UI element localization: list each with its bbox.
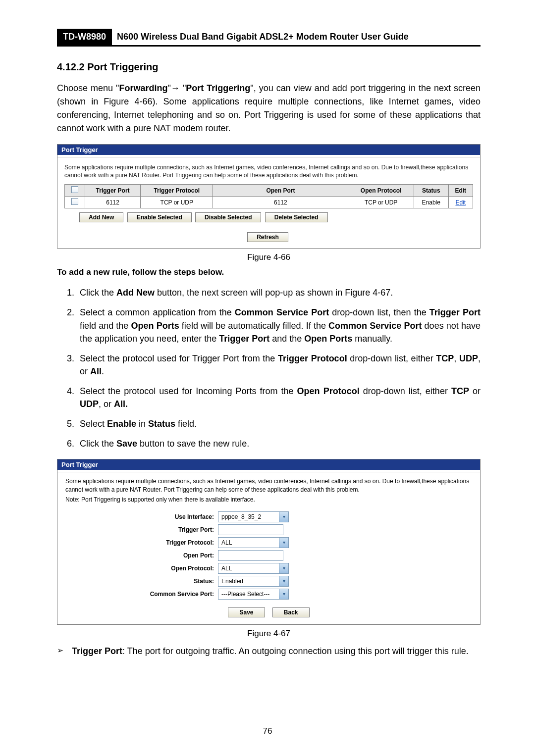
page-number: 76	[0, 726, 535, 736]
col-status: Status	[414, 185, 448, 197]
open-port-label: Open Port:	[65, 552, 218, 559]
enable-selected-button[interactable]: Enable Selected	[127, 212, 192, 222]
figure-4-66-caption: Figure 4-66	[57, 252, 481, 262]
open-port-input[interactable]	[218, 550, 283, 561]
status-label: Status:	[65, 578, 218, 585]
section-heading: 4.12.2 Port Triggering	[57, 61, 481, 73]
col-trigger-protocol: Trigger Protocol	[141, 185, 213, 197]
trigger-port-input[interactable]	[218, 524, 283, 535]
port-trigger-table: Trigger Port Trigger Protocol Open Port …	[64, 184, 473, 208]
select-all-checkbox[interactable]	[71, 186, 78, 193]
panel-title-2: Port Trigger	[57, 459, 480, 470]
step-5: Select Enable in Status field.	[77, 417, 481, 430]
col-open-protocol: Open Protocol	[348, 185, 414, 197]
chevron-down-icon: ▾	[279, 512, 288, 522]
intro-paragraph: Choose menu "Forwarding"→ "Port Triggeri…	[57, 82, 481, 135]
steps-title: To add a new rule, follow the steps belo…	[57, 267, 481, 277]
step-3: Select the protocol used for Trigger Por…	[77, 352, 481, 378]
col-edit: Edit	[448, 185, 473, 197]
panel-note-1: Some applications require multiple conne…	[64, 163, 473, 179]
doc-header: TD-W8980 N600 Wireless Dual Band Gigabit…	[57, 29, 481, 47]
step-1: Click the Add New button, the next scree…	[77, 286, 481, 299]
chevron-down-icon: ▾	[279, 538, 288, 548]
open-protocol-select[interactable]: ALL ▾	[218, 563, 289, 574]
step-4: Select the protocol used for Incoming Po…	[77, 385, 481, 410]
use-interface-label: Use Interface:	[65, 513, 218, 520]
col-open-port: Open Port	[213, 185, 348, 197]
panel-note-2b: Note: Port Triggering is supported only …	[65, 496, 472, 504]
delete-selected-button[interactable]: Delete Selected	[265, 212, 328, 222]
save-button[interactable]: Save	[228, 607, 265, 617]
trigger-protocol-select[interactable]: ALL ▾	[218, 537, 289, 548]
step-2: Select a common application from the Com…	[77, 306, 481, 345]
refresh-button[interactable]: Refresh	[247, 232, 288, 242]
model-badge: TD-W8980	[57, 29, 112, 45]
panel-title-1: Port Trigger	[57, 145, 480, 155]
section-number: 4.12.2	[57, 61, 85, 72]
doc-title: N600 Wireless Dual Band Gigabit ADSL2+ M…	[112, 29, 481, 45]
common-service-port-select[interactable]: ---Please Select--- ▾	[218, 589, 289, 600]
row-checkbox[interactable]	[71, 198, 78, 205]
chevron-down-icon: ▾	[279, 589, 288, 599]
back-button[interactable]: Back	[272, 607, 310, 617]
instruction-list: Click the Add New button, the next scree…	[57, 286, 481, 450]
trigger-port-definition: ➢ Trigger Port: The port for outgoing tr…	[57, 645, 481, 658]
table-row: 6112 TCP or UDP 6112 TCP or UDP Enable E…	[65, 197, 473, 208]
open-protocol-label: Open Protocol:	[65, 565, 218, 572]
trigger-protocol-label: Trigger Protocol:	[65, 539, 218, 546]
add-new-button[interactable]: Add New	[79, 212, 123, 222]
col-trigger-port: Trigger Port	[85, 185, 141, 197]
chevron-down-icon: ▾	[279, 563, 288, 573]
figure-4-67: Port Trigger Some applications require m…	[57, 459, 481, 625]
status-select[interactable]: Enabled ▾	[218, 576, 289, 587]
chevron-down-icon: ▾	[279, 576, 288, 586]
section-name: Port Triggering	[87, 61, 158, 72]
figure-4-67-caption: Figure 4-67	[57, 629, 481, 639]
panel-note-2a: Some applications require multiple conne…	[65, 477, 472, 493]
bullet-icon: ➢	[57, 645, 72, 658]
common-service-port-label: Common Service Port:	[65, 591, 218, 598]
use-interface-select[interactable]: pppoe_8_35_2 ▾	[218, 511, 289, 522]
disable-selected-button[interactable]: Disable Selected	[195, 212, 261, 222]
figure-4-66: Port Trigger Some applications require m…	[57, 144, 481, 249]
edit-link[interactable]: Edit	[455, 199, 466, 206]
step-6: Click the Save button to save the new ru…	[77, 437, 481, 450]
trigger-port-label: Trigger Port:	[65, 526, 218, 533]
